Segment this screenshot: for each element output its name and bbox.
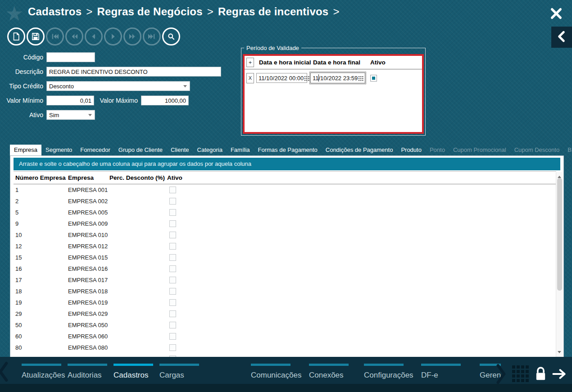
nav-item-indicator	[113, 364, 153, 366]
nav-scroll-left-button[interactable]	[0, 361, 9, 382]
table-row: 9EMPRESA 009	[14, 218, 556, 229]
nav-item-df-e[interactable]: DF-e	[421, 364, 461, 391]
row-ativo-checkbox[interactable]	[169, 322, 176, 328]
cell-numero-empresa: 2	[14, 198, 68, 205]
tab-empresa[interactable]: Empresa	[10, 145, 41, 155]
vertical-scrollbar[interactable]	[556, 172, 563, 357]
nav-item-configuracoes[interactable]: Configurações	[364, 364, 404, 391]
descricao-input[interactable]	[46, 67, 221, 77]
breadcrumb-item[interactable]: Cadastros	[28, 5, 82, 18]
codigo-label: Código	[0, 54, 46, 61]
tab-categoria[interactable]: Categoria	[193, 145, 227, 155]
tab-condicoes-de-pagamento[interactable]: Condições de Pagamento	[322, 145, 397, 155]
collapse-panel-button[interactable]	[551, 27, 572, 48]
tab-fornecedor[interactable]: Fornecedor	[76, 145, 114, 155]
data-final-input[interactable]: 11/10/2022 23:59	[310, 73, 365, 83]
tab-bins-de-cartoes: BINs de cartões	[563, 145, 572, 155]
tab-formas-de-pagamento[interactable]: Formas de Pagamento	[254, 145, 322, 155]
scroll-down-arrow-icon[interactable]	[558, 351, 561, 355]
valor-maximo-input[interactable]	[141, 96, 189, 105]
row-ativo-checkbox[interactable]	[169, 333, 176, 340]
tipo-credito-select[interactable]: Desconto	[46, 81, 190, 91]
favorite-star-icon[interactable]: ★	[5, 0, 23, 27]
exit-arrow-button[interactable]	[552, 368, 567, 380]
search-button[interactable]	[162, 27, 180, 46]
date-picker-icon[interactable]	[304, 76, 309, 81]
row-ativo-checkbox[interactable]	[169, 310, 176, 317]
first-icon	[50, 32, 59, 41]
nav-item-auditorias[interactable]: Auditorias	[68, 364, 107, 391]
table-row: 50EMPRESA 050	[14, 319, 556, 331]
valor-minimo-input[interactable]	[46, 96, 94, 105]
nav-item-indicator	[22, 364, 61, 366]
row-ativo-checkbox[interactable]	[169, 187, 176, 193]
save-button[interactable]	[27, 27, 45, 46]
date-picker-icon[interactable]	[359, 76, 363, 81]
nav-item-cadastros[interactable]: Cadastros	[113, 364, 153, 391]
scrollbar-thumb[interactable]	[557, 178, 562, 291]
nav-item-indicator	[364, 364, 404, 366]
nav-item-label: Auditorias	[68, 371, 107, 380]
row-ativo-checkbox[interactable]	[169, 243, 176, 250]
breadcrumb-separator: >	[86, 5, 92, 18]
ativo-select[interactable]: Sim	[46, 110, 95, 120]
cell-empresa: EMPRESA 018	[68, 288, 109, 295]
breadcrumb: Cadastros>Regras de Negócios>Regras de i…	[28, 5, 344, 18]
tipo-credito-value: Desconto	[49, 83, 74, 90]
nav-item-comunicacoes[interactable]: Comunicações	[251, 364, 291, 391]
close-button[interactable]	[549, 7, 563, 20]
row-ativo-checkbox[interactable]	[169, 277, 176, 283]
periodo-grid-header: + Data e hora inicial Data e hora final …	[245, 56, 422, 69]
row-ativo-checkbox[interactable]	[169, 209, 176, 216]
row-ativo-checkbox[interactable]	[169, 232, 176, 238]
apps-grid-button[interactable]	[512, 365, 529, 383]
col-data-inicial: Data e hora inicial	[257, 59, 313, 66]
row-ativo-checkbox[interactable]	[169, 299, 176, 306]
scroll-up-arrow-icon[interactable]	[558, 174, 561, 178]
row-ativo-checkbox[interactable]	[169, 344, 176, 351]
empresa-grid-panel: Arraste e solte o cabeçalho de uma colun…	[10, 155, 564, 357]
tab-grupo-de-cliente[interactable]: Grupo de Cliente	[114, 145, 167, 155]
add-period-button[interactable]: +	[246, 58, 254, 67]
nav-item-atualizacoes[interactable]: Atualizações	[22, 364, 61, 391]
row-ativo-checkbox[interactable]	[169, 288, 176, 295]
nav-item-label: Atualizações	[22, 371, 61, 380]
lock-button[interactable]	[534, 366, 547, 382]
breadcrumb-item[interactable]: Regras de Negócios	[97, 5, 202, 18]
cell-empresa: EMPRESA 015	[68, 254, 109, 261]
nav-item-label: Cargas	[159, 371, 199, 380]
tab-segmento[interactable]: Segmento	[41, 145, 76, 155]
row-ativo-checkbox[interactable]	[169, 265, 176, 272]
data-inicial-input[interactable]: 11/10/2022 00:00	[256, 73, 307, 83]
cell-empresa: EMPRESA 029	[68, 310, 109, 317]
remove-period-button[interactable]: X	[246, 73, 254, 83]
column-header-empresa[interactable]: Empresa	[68, 174, 109, 181]
nav-item-conexoes[interactable]: Conexões	[309, 364, 349, 391]
nav-item-cargas[interactable]: Cargas	[159, 364, 199, 391]
nav-scroll-right-button[interactable]	[495, 364, 507, 384]
row-ativo-checkbox[interactable]	[169, 220, 176, 227]
periodo-ativo-checkbox[interactable]	[370, 75, 377, 82]
column-header-numero-empresa[interactable]: Número Empresa	[14, 174, 68, 181]
fast-forward-button	[123, 27, 141, 46]
cell-empresa: EMPRESA 080	[68, 344, 109, 351]
tab-familia[interactable]: Família	[227, 145, 254, 155]
column-header-ativo[interactable]: Ativo	[167, 174, 556, 181]
breadcrumb-item[interactable]: Regras de incentivos	[218, 5, 328, 18]
cell-numero-empresa: 15	[14, 254, 68, 261]
cell-numero-empresa: 10	[14, 232, 68, 238]
row-ativo-checkbox[interactable]	[169, 254, 176, 261]
new-record-button[interactable]	[7, 27, 25, 46]
tab-produto[interactable]: Produto	[397, 145, 426, 155]
table-row: 10EMPRESA 010	[14, 229, 556, 241]
nav-item-indicator	[159, 364, 199, 366]
tab-cliente[interactable]: Cliente	[167, 145, 193, 155]
cell-empresa: EMPRESA 050	[68, 322, 109, 328]
table-row: 29EMPRESA 029	[14, 308, 556, 319]
column-header-perc-desconto[interactable]: Perc. Desconto (%)	[109, 174, 167, 181]
codigo-input[interactable]	[46, 52, 95, 62]
new-record-icon	[12, 32, 21, 41]
cell-empresa: EMPRESA 060	[68, 333, 109, 340]
nav-items: AtualizaçõesAuditoriasCadastrosCargasCom…	[22, 364, 501, 391]
row-ativo-checkbox[interactable]	[169, 198, 176, 205]
